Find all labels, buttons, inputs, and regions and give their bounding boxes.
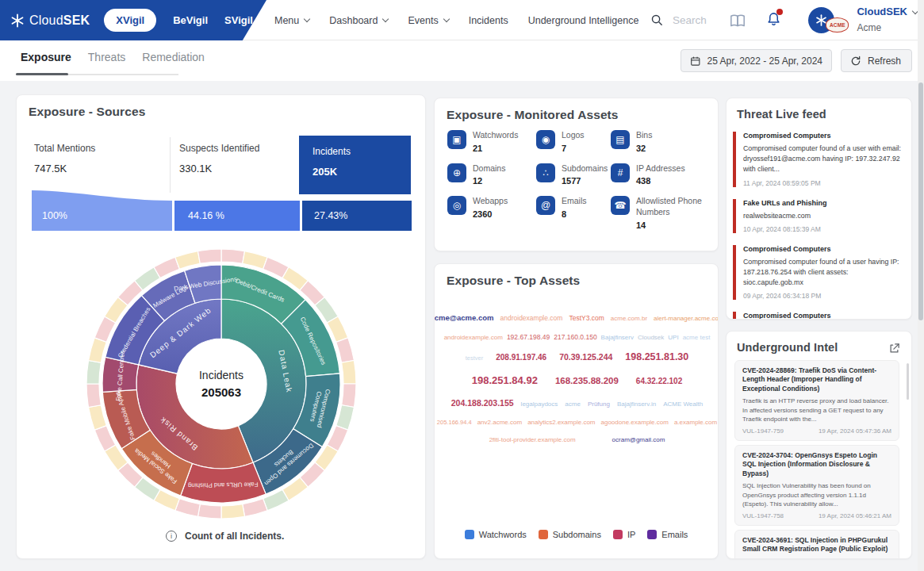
cloudsek-logo[interactable]: CloudSEK	[10, 13, 90, 29]
date-range-label: 25 Apr, 2022 - 25 Apr, 2024	[707, 56, 822, 67]
cloud-word[interactable]: androidexample.com	[444, 334, 503, 341]
cloud-word[interactable]: 192.67.198.49	[507, 333, 550, 341]
date-range-picker[interactable]: 25 Apr, 2022 - 25 Apr, 2024	[681, 49, 832, 72]
cloud-word[interactable]: 205.166.94.4	[437, 419, 472, 426]
product-tab-bevigil[interactable]: BeVigil	[173, 14, 208, 26]
cloud-word[interactable]: UPI	[668, 334, 678, 341]
intel-entry[interactable]: CVE-2024-3691: SQL Injection in PHPGuruk…	[734, 530, 899, 559]
tab-remediation[interactable]: Remediation	[142, 51, 205, 63]
threat-feed-entry[interactable]: Compromised ComputersCompromised compute…	[733, 310, 905, 320]
cloud-word[interactable]: TestY3.com	[569, 314, 604, 322]
cloud-word[interactable]: 217.160.0.150	[554, 333, 596, 341]
outer-ring-segment[interactable]	[221, 504, 245, 519]
brand-band: CloudSEK XVigilBeVigilSVigil	[0, 0, 266, 40]
outer-ring-segment[interactable]	[342, 384, 356, 408]
cloud-word[interactable]: anv2.acme.com	[477, 419, 522, 426]
cloud-word[interactable]: 64.32.22.102	[636, 377, 682, 385]
outer-ring-segment[interactable]	[175, 251, 200, 270]
cloud-word[interactable]: Cloudsek	[638, 334, 664, 341]
nav-link-underground-intelligence[interactable]: Underground Intelligence	[528, 15, 639, 26]
knowledge-base-icon[interactable]	[730, 13, 746, 28]
funnel-col-value: 205K	[312, 166, 411, 178]
search-input[interactable]: Search	[650, 0, 707, 40]
page-scrollbar-thumb[interactable]	[918, 82, 923, 320]
outer-ring-segment[interactable]	[86, 360, 101, 384]
tab-exposure[interactable]: Exposure	[21, 51, 71, 63]
account-menu[interactable]: ACME CloudSEK Acme	[808, 0, 918, 40]
cloud-word[interactable]: 70.39.125.244	[559, 352, 612, 362]
nav-link-dashboard[interactable]: Dashboard	[329, 15, 388, 26]
cloud-word[interactable]: 208.91.197.46	[496, 353, 546, 362]
threat-feed-entry[interactable]: Fake URLs and Phishingrealwebsiteacme.co…	[733, 197, 905, 235]
nav-link-events[interactable]: Events	[408, 15, 448, 26]
monitored-assets-title: Exposure - Monitored Assets	[447, 108, 619, 122]
funnel-col-label: Incidents	[312, 146, 411, 157]
cloud-word[interactable]: acme@acme.com	[434, 313, 494, 322]
cloud-word[interactable]: legalpaydocs	[521, 400, 558, 408]
info-icon[interactable]	[166, 531, 177, 542]
chevron-down-icon	[443, 16, 449, 22]
cloud-word[interactable]: 198.251.81.30	[625, 351, 688, 362]
cloud-word[interactable]: acme	[565, 400, 581, 408]
feed-category: Fake URLs and Phishing	[743, 199, 905, 207]
outer-ring-segment[interactable]	[89, 405, 107, 430]
outer-ring-segment[interactable]	[336, 338, 355, 362]
cloud-row: androidexample.com192.67.198.49217.160.0…	[441, 333, 713, 341]
legend-item-emails[interactable]: Emails	[647, 530, 688, 539]
asset-text: Allowlisted Phone Numbers14	[636, 196, 709, 229]
search-icon	[650, 13, 664, 27]
threat-feed-entry[interactable]: Compromised ComputersCompromised compute…	[733, 243, 905, 302]
emails-icon: @	[536, 196, 555, 215]
cloud-word[interactable]: a.example.com	[674, 419, 717, 426]
cloud-word[interactable]: alert-manager.acme.com	[654, 315, 719, 322]
outer-ring-segment[interactable]	[197, 249, 221, 263]
cloud-word[interactable]: ocram@gmail.com	[612, 436, 665, 443]
cloud-word[interactable]: 204.188.203.155	[451, 398, 514, 408]
cloud-word[interactable]: androidexample.com	[500, 314, 563, 322]
page-scrollbar[interactable]	[918, 0, 924, 571]
legend-item-watchwords[interactable]: Watchwords	[465, 530, 527, 539]
intel-scrollbar[interactable]	[907, 363, 909, 400]
intel-entry[interactable]: CVE-2024-28869: Traefik DoS via Content-…	[734, 360, 899, 441]
product-tab-svigil[interactable]: SVigil	[224, 14, 253, 26]
threat-feed-entry[interactable]: Compromised ComputersCompromised compute…	[733, 130, 905, 189]
chevron-down-icon	[304, 16, 310, 22]
cloud-word[interactable]: Bajajfinserv	[601, 334, 634, 341]
cloud-word[interactable]: ACME Wealth	[663, 400, 703, 408]
outer-ring-segment[interactable]	[243, 499, 267, 517]
asset-stat-emails: @Emails8	[536, 196, 611, 229]
outer-ring-segment[interactable]	[342, 360, 356, 384]
refresh-button[interactable]: Refresh	[841, 49, 912, 72]
intel-timestamp: 19 Apr, 2024 05:47:36 AM	[819, 427, 891, 435]
top-assets-title: Exposure - Top Assets	[447, 274, 580, 288]
outer-ring-segment[interactable]	[86, 384, 101, 408]
cloud-word[interactable]: 168.235.88.209	[555, 376, 619, 385]
cloud-word[interactable]: 2fiti-tool-provider.example.com	[489, 436, 576, 443]
asset-label: Subdomains	[562, 163, 608, 174]
underground-intel-card: Underground Intel CVE-2024-28869: Traefi…	[726, 331, 912, 559]
legend-item-subdomains[interactable]: Subdomains	[539, 530, 601, 539]
cloud-word[interactable]: 198.251.84.92	[472, 374, 538, 386]
outer-ring-segment[interactable]	[221, 249, 245, 263]
cloud-word[interactable]: agoodone.example.com	[601, 419, 669, 426]
cloud-word[interactable]: Bajajfinserv.in	[617, 400, 656, 408]
incidents-sunburst-chart[interactable]: Data LeakDebit/Credit CardsCode Reposito…	[79, 241, 364, 527]
intel-entry-desc: SQL Injection Vulnerability has been fou…	[742, 481, 891, 508]
tab-threats[interactable]: Threats	[88, 51, 125, 63]
cloud-word[interactable]: analytics2.example.com	[527, 419, 595, 426]
notifications-button[interactable]	[766, 11, 781, 30]
cloud-word[interactable]: acme test	[683, 334, 711, 341]
open-external-button[interactable]	[888, 343, 900, 358]
outer-ring-segment[interactable]	[197, 504, 221, 519]
nav-link-menu[interactable]: Menu	[274, 15, 309, 26]
nav-link-incidents[interactable]: Incidents	[469, 15, 508, 26]
intel-entry[interactable]: CVE-2024-3704: OpenGnsys Espeto Login SQ…	[734, 445, 899, 526]
cloud-word[interactable]: Prüfung	[588, 400, 610, 408]
intel-entry-meta: VUL-1947-75819 Apr, 2024 05:46:21 AM	[742, 512, 891, 519]
cloud-word[interactable]: acme.com.br	[611, 315, 647, 322]
cloud-row: 2fiti-tool-provider.example.comocram@gma…	[441, 436, 713, 443]
product-tab-xvigil[interactable]: XVigil	[104, 9, 156, 32]
legend-item-ip[interactable]: IP	[613, 530, 635, 539]
intel-entry-title: CVE-2024-28869: Traefik DoS via Content-…	[742, 366, 891, 393]
cloud-word[interactable]: testver	[466, 354, 484, 362]
